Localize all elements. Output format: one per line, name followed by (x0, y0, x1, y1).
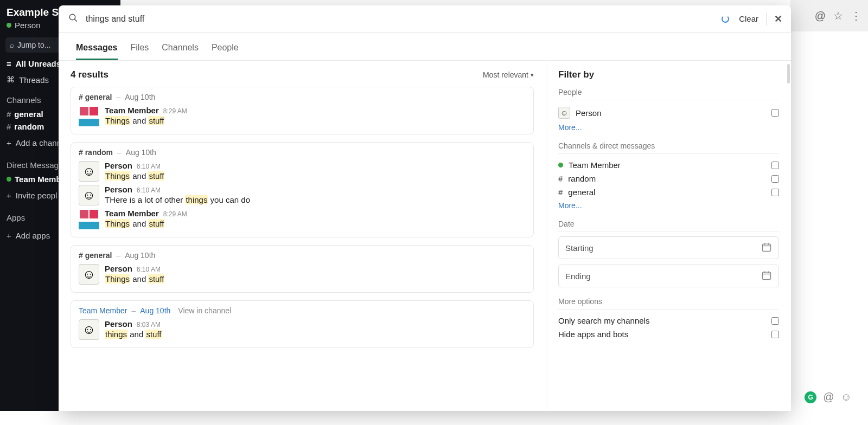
message-row[interactable]: ☺Person6:10 AMTHere is a lot of other th… (79, 185, 526, 205)
message-row[interactable]: ☺Person8:03 AMthings and stuff (79, 319, 526, 340)
filter-checkbox[interactable] (771, 162, 779, 169)
search-modal: things and stuff Clear ✕ Messages Files … (59, 5, 791, 411)
plus-icon: + (7, 191, 11, 200)
message-author[interactable]: Person (105, 185, 132, 194)
message-row[interactable]: ☺Person6:10 AMThings and stuff (79, 264, 526, 285)
filter-more-section: More options Only search my channels Hid… (558, 297, 779, 341)
view-in-channel[interactable]: View in channel (178, 306, 231, 315)
filter-people-head: People (558, 88, 779, 100)
divider (766, 12, 767, 25)
message-author[interactable]: Person (105, 161, 132, 170)
filter-channel-row[interactable]: #random (558, 172, 779, 185)
avatar: ☺ (79, 185, 99, 205)
message-text: Things and stuff (105, 116, 526, 125)
compose-icon-tray: G @ ☺ (805, 391, 852, 403)
message-text: Things and stuff (105, 274, 526, 284)
message-time: 6:10 AM (137, 163, 161, 170)
message-author[interactable]: Person (105, 264, 132, 273)
close-icon[interactable]: ✕ (774, 13, 782, 25)
message-time: 6:10 AM (137, 186, 161, 194)
avatar: ☺ (79, 319, 99, 340)
message-author[interactable]: Team Member (105, 209, 159, 218)
grammarly-icon[interactable]: G (805, 391, 816, 403)
plus-icon: + (7, 138, 11, 147)
mention-icon[interactable]: @ (823, 391, 834, 403)
filter-channels-section: Channels & direct messages Team Member#r… (558, 141, 779, 210)
search-bar: things and stuff Clear ✕ (59, 5, 791, 33)
search-tabs: Messages Files Channels People (59, 33, 791, 61)
emoji-icon[interactable]: ☺ (841, 391, 852, 403)
message-time: 8:03 AM (137, 321, 161, 329)
filter-channel-row[interactable]: Team Member (558, 158, 779, 172)
avatar-icon: ☺ (558, 107, 570, 119)
filter-channels-head: Channels & direct messages (558, 141, 779, 154)
presence-dot-icon (7, 177, 11, 182)
tab-people[interactable]: People (212, 43, 239, 60)
calendar-icon (761, 270, 772, 282)
results-column: 4 results Most relevant ▾ # general–Aug … (59, 61, 546, 411)
browser-toolbar: @ ☆ ⋮ (790, 0, 868, 31)
kebab-icon[interactable]: ⋮ (851, 9, 861, 22)
filter-checkbox[interactable] (771, 331, 779, 338)
filter-people-row[interactable]: ☺ Person (558, 105, 779, 121)
filter-channel-row[interactable]: #general (558, 185, 779, 199)
message-row[interactable]: Team Member8:29 AMThings and stuff (79, 209, 526, 229)
crumb-date[interactable]: Aug 10th (140, 306, 170, 315)
crumb-channel[interactable]: # general (79, 93, 112, 101)
jump-icon: ⌕ (10, 41, 14, 49)
chevron-down-icon: ▾ (531, 72, 534, 79)
message-time: 8:29 AM (163, 107, 187, 115)
result-card[interactable]: # general–Aug 10th☺Person6:10 AMThings a… (71, 245, 534, 293)
message-row[interactable]: Team Member8:29 AMThings and stuff (79, 106, 526, 126)
result-card[interactable]: # random–Aug 10th☺Person6:10 AMThings an… (71, 142, 534, 237)
avatar: ☺ (79, 264, 99, 285)
results-count: 4 results (71, 69, 108, 80)
svg-line-1 (75, 19, 77, 21)
star-icon[interactable]: ☆ (833, 9, 843, 22)
mention-icon[interactable]: @ (815, 10, 826, 22)
tab-messages[interactable]: Messages (76, 43, 118, 60)
filter-checkbox[interactable] (771, 109, 779, 117)
crumb-date[interactable]: Aug 10th (125, 93, 155, 101)
date-end-field[interactable]: Ending (558, 265, 779, 287)
svg-point-0 (69, 14, 75, 20)
message-author[interactable]: Team Member (105, 106, 159, 115)
message-row[interactable]: ☺Person6:10 AMThings and stuff (79, 161, 526, 182)
result-breadcrumb: Team Member–Aug 10thView in channel (79, 306, 526, 315)
filter-people-section: People ☺ Person More... (558, 88, 779, 132)
calendar-icon (761, 242, 772, 254)
current-user-name: Person (15, 21, 41, 30)
message-time: 8:29 AM (163, 210, 187, 218)
filter-date-section: Date Starting Ending (558, 220, 779, 287)
search-icon (68, 13, 78, 25)
loading-spinner-icon (722, 15, 729, 23)
result-card[interactable]: # general–Aug 10thTeam Member8:29 AMThin… (71, 87, 534, 134)
sort-dropdown[interactable]: Most relevant ▾ (483, 70, 534, 79)
filter-more-row[interactable]: Only search my channels (558, 314, 779, 327)
filter-checkbox[interactable] (771, 317, 779, 325)
tab-files[interactable]: Files (131, 43, 149, 60)
result-card[interactable]: Team Member–Aug 10thView in channel☺Pers… (71, 300, 534, 348)
clear-button[interactable]: Clear (739, 14, 758, 23)
search-query-text[interactable]: things and stuff (86, 14, 722, 24)
crumb-dm[interactable]: Team Member (79, 306, 127, 315)
svg-rect-6 (763, 272, 771, 279)
filter-panel: Filter by People ☺ Person More... Channe… (546, 61, 791, 411)
avatar: ☺ (79, 161, 99, 182)
filter-checkbox[interactable] (771, 175, 779, 183)
tab-channels[interactable]: Channels (162, 43, 199, 60)
message-author[interactable]: Person (105, 319, 132, 329)
crumb-date[interactable]: Aug 10th (125, 251, 155, 260)
filter-channels-more[interactable]: More... (558, 201, 582, 210)
crumb-date[interactable]: Aug 10th (126, 148, 156, 157)
filter-date-head: Date (558, 220, 779, 232)
message-text: Things and stuff (105, 171, 526, 181)
crumb-channel[interactable]: # general (79, 251, 112, 260)
filter-people-more[interactable]: More... (558, 123, 582, 132)
search-body: 4 results Most relevant ▾ # general–Aug … (59, 61, 791, 411)
crumb-channel[interactable]: # random (79, 148, 113, 157)
filter-more-row[interactable]: Hide apps and bots (558, 327, 779, 341)
date-start-field[interactable]: Starting (558, 236, 779, 259)
filter-checkbox[interactable] (771, 189, 779, 196)
message-text: THere is a lot of other things you can d… (105, 195, 526, 204)
